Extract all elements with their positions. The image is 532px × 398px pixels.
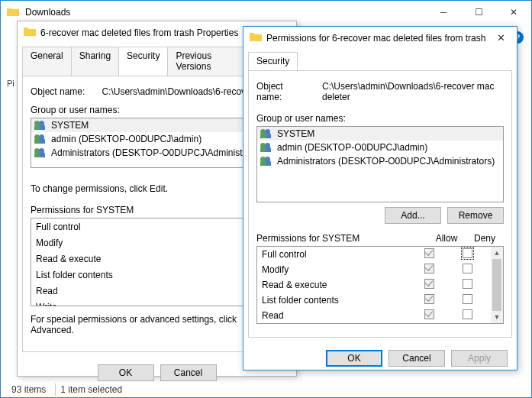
perm-row: Modify <box>257 262 491 277</box>
allow-checkbox[interactable] <box>424 279 434 289</box>
scroll-thumb[interactable] <box>492 259 501 311</box>
minimize-button[interactable]: ─ <box>426 1 461 24</box>
perm-row: Full control <box>257 247 491 262</box>
tabstrip: Security <box>243 49 517 70</box>
perm-name: Read & execute <box>36 254 247 264</box>
allow-checkbox[interactable] <box>424 264 434 273</box>
allow-checkbox[interactable] <box>424 248 434 258</box>
user-row-administrators[interactable]: Administrators (DESKTOP-O0DUPCJ\Administ… <box>257 154 503 168</box>
edit-hint: To change permissions, click Edit. <box>31 183 266 194</box>
properties-title: 6-recover mac deleted files from trash P… <box>40 28 269 38</box>
scroll-up-icon[interactable]: ▲ <box>491 247 503 259</box>
tab-security[interactable]: Security <box>118 47 168 76</box>
remove-button[interactable]: Remove <box>447 207 504 224</box>
deny-checkbox[interactable] <box>463 264 472 273</box>
folder-icon <box>24 26 36 39</box>
perm-name: Modify <box>36 238 247 248</box>
perm-row: Read <box>257 308 491 323</box>
deny-checkbox[interactable] <box>463 248 472 258</box>
deny-checkbox[interactable] <box>463 279 472 289</box>
perm-name: List folder contents <box>36 270 247 280</box>
tab-sharing[interactable]: Sharing <box>71 47 119 76</box>
object-name-value: C:\Users\admin\Downloads\6-recover <box>102 86 253 97</box>
user-row-admin[interactable]: admin (DESKTOP-O0DUPCJ\admin) <box>257 141 503 154</box>
perm-row: List folder contents <box>257 293 491 308</box>
user-name: admin (DESKTOP-O0DUPCJ\admin) <box>277 142 427 153</box>
deny-checkbox[interactable] <box>463 309 472 319</box>
permissions-titlebar: Permissions for 6-recover mac deleted fi… <box>243 27 517 49</box>
perm-name: List folder contents <box>262 295 410 306</box>
group-label: Group or user names: <box>256 113 346 124</box>
users-icon <box>260 156 272 167</box>
folder-icon <box>7 6 19 19</box>
permissions-title: Permissions for 6-recover mac deleted fi… <box>266 33 489 44</box>
permissions-dialog: Permissions for 6-recover mac deleted fi… <box>243 26 517 370</box>
users-icon <box>34 120 47 131</box>
deny-header: Deny <box>466 233 504 244</box>
user-name: SYSTEM <box>51 120 89 131</box>
permissions-list: Full controlModifyRead & executeList fol… <box>256 246 504 324</box>
user-name: Administrators (DESKTOP-O0DUPCJ\Administ… <box>51 147 266 158</box>
perms-label: Permissions for SYSTEM <box>31 205 245 215</box>
user-row-system[interactable]: SYSTEM <box>257 127 503 141</box>
tab-general[interactable]: General <box>22 47 72 76</box>
close-button[interactable]: ✕ <box>489 30 512 47</box>
add-button[interactable]: Add... <box>385 207 441 224</box>
user-list[interactable]: SYSTEM admin (DESKTOP-O0DUPCJ\admin) Adm… <box>256 126 504 202</box>
ok-button[interactable]: OK <box>326 350 382 367</box>
apply-button[interactable]: Apply <box>451 350 508 367</box>
perm-row: Read & execute <box>257 277 491 293</box>
perm-name: Modify <box>262 264 410 275</box>
perm-name: Full control <box>36 222 247 232</box>
allow-checkbox[interactable] <box>424 294 434 304</box>
scroll-down-icon[interactable]: ▼ <box>491 311 503 323</box>
perm-name: Full control <box>262 249 410 260</box>
tab-security[interactable]: Security <box>248 52 298 70</box>
close-button[interactable]: ✕ <box>496 1 531 24</box>
dialog-footer: OK Cancel Apply <box>243 342 517 374</box>
object-name-label: Object name: <box>31 86 85 97</box>
perm-name: Read <box>262 310 410 321</box>
perm-name: Write <box>36 302 247 307</box>
explorer-title: Downloads <box>25 7 426 18</box>
object-name-label: Object name: <box>256 81 305 102</box>
security-tabpanel: Object name: C:\Users\admin\Downloads\6-… <box>248 70 512 338</box>
window-controls: ─ ☐ ✕ <box>426 1 531 24</box>
scrollbar[interactable]: ▲ ▼ <box>491 247 503 323</box>
perm-name: Read <box>36 286 247 296</box>
allow-checkbox[interactable] <box>424 309 434 319</box>
allow-header: Allow <box>427 233 466 244</box>
cancel-button[interactable]: Cancel <box>160 364 217 381</box>
perm-name: Read & execute <box>262 280 410 290</box>
sidebar-fragment: Pi <box>7 79 15 88</box>
user-name: SYSTEM <box>277 128 314 139</box>
users-icon <box>260 128 272 139</box>
folder-icon <box>250 31 262 44</box>
tab-previous-versions[interactable]: Previous Versions <box>167 47 252 76</box>
advanced-note: For special permissions or advanced sett… <box>31 314 246 335</box>
users-icon <box>260 142 272 153</box>
users-icon <box>34 134 47 144</box>
maximize-button[interactable]: ☐ <box>461 1 496 24</box>
group-label: Group or user names: <box>31 105 120 115</box>
users-icon <box>34 147 47 158</box>
cancel-button[interactable]: Cancel <box>389 350 445 367</box>
ok-button[interactable]: OK <box>98 364 154 381</box>
object-name-value: C:\Users\admin\Downloads\6-recover mac d… <box>322 81 504 102</box>
user-name: admin (DESKTOP-O0DUPCJ\admin) <box>51 134 202 144</box>
user-name: Administrators (DESKTOP-O0DUPCJ\Administ… <box>277 156 495 167</box>
deny-checkbox[interactable] <box>463 294 472 304</box>
perms-label: Permissions for SYSTEM <box>256 233 427 244</box>
